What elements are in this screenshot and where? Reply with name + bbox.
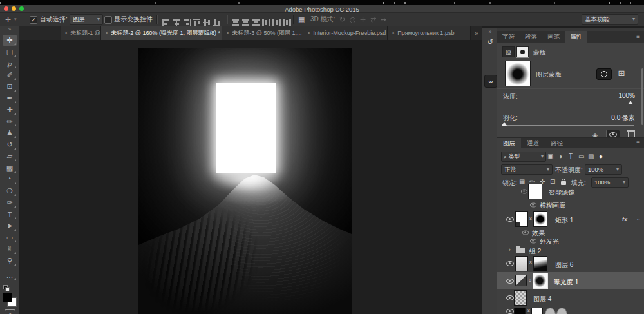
- close-tab-icon[interactable]: ×: [307, 30, 310, 36]
- filter-type-layers-icon[interactable]: T: [569, 153, 573, 160]
- eye-icon[interactable]: [506, 217, 514, 222]
- align-right-icon[interactable]: [183, 19, 191, 26]
- layer-row-rect1[interactable]: 8 矩形 1 fx ›: [497, 210, 644, 228]
- fx-badge[interactable]: fx: [622, 216, 627, 222]
- auto-select-checkbox[interactable]: ✓: [30, 16, 37, 24]
- edit-toolbar-icon[interactable]: …: [3, 270, 17, 280]
- tab-interior-mockup[interactable]: × Interior-Mockup-Freebie.psd: [303, 26, 388, 40]
- feather-slider[interactable]: [503, 125, 634, 126]
- tab-paths[interactable]: 路径: [545, 138, 569, 148]
- tab-layers[interactable]: 图层: [497, 138, 521, 148]
- layer-thumbnail[interactable]: [514, 308, 526, 314]
- tab-brush[interactable]: 画笔: [542, 31, 565, 43]
- 3d-rotate-icon[interactable]: ↻: [339, 13, 345, 26]
- tab-untitled-1[interactable]: × 未标题-1 @ 100% (矩形 ...: [61, 26, 101, 40]
- quick-selection-tool[interactable]: ✐: [3, 70, 17, 81]
- workspace-dropdown[interactable]: 基本功能▾: [582, 14, 638, 25]
- 3d-scale-icon[interactable]: ➙: [381, 13, 386, 26]
- quick-mask-icon[interactable]: ●: [5, 309, 15, 314]
- layers-panel-menu-icon[interactable]: ≡: [636, 138, 640, 148]
- transparent-thumbnail[interactable]: [514, 290, 527, 306]
- mask-thumbnail[interactable]: [533, 256, 547, 271]
- eye-icon[interactable]: [521, 190, 527, 194]
- 3d-slide-icon[interactable]: ⇄: [370, 13, 376, 26]
- mask-thumbnail-selected[interactable]: [533, 273, 548, 289]
- lasso-tool[interactable]: ℘: [3, 58, 17, 69]
- filter-toggle-icon[interactable]: ●: [599, 153, 603, 160]
- group-expand-icon[interactable]: ›: [509, 246, 511, 253]
- brush-tool[interactable]: ✏: [3, 116, 17, 127]
- show-transform-controls-checkbox[interactable]: [104, 16, 112, 24]
- path-selection-tool[interactable]: ➤: [3, 221, 17, 231]
- smart-filter-thumbnail[interactable]: [528, 184, 542, 199]
- blend-mode-dropdown[interactable]: 正常 ▾: [501, 164, 553, 175]
- tool-preset-chevron-icon[interactable]: ▾: [14, 13, 17, 26]
- close-tab-icon[interactable]: ×: [105, 30, 108, 36]
- eye-icon[interactable]: [506, 295, 514, 300]
- layer-thumbnail[interactable]: [515, 256, 528, 271]
- align-bottom-icon[interactable]: [213, 19, 222, 26]
- opacity-dropdown[interactable]: 100% ▾: [585, 164, 622, 175]
- 3d-drag-icon[interactable]: ✛: [360, 13, 366, 26]
- tab-untitled-2-active[interactable]: × 未标题-2 @ 160% (曝光度 1, 图层蒙版/8) *: [101, 26, 222, 40]
- eye-icon[interactable]: [506, 309, 514, 314]
- move-tool[interactable]: ✛: [3, 35, 17, 46]
- tab-rectangle-psb[interactable]: × Прямоугольник 1.psb: [388, 26, 471, 40]
- filter-smart-objects-icon[interactable]: ▤: [588, 153, 594, 160]
- align-horizontal-center-icon[interactable]: [173, 19, 181, 26]
- layer-row-blur-gallery[interactable]: 模糊画廊: [497, 200, 644, 209]
- creative-cloud-icon[interactable]: ∞: [484, 75, 497, 88]
- color-swatches[interactable]: [3, 293, 17, 307]
- close-tab-icon[interactable]: ×: [226, 30, 229, 36]
- layer-row-partial[interactable]: 8: [497, 306, 644, 314]
- gradient-tool[interactable]: ▩: [3, 162, 17, 173]
- eye-icon[interactable]: [530, 203, 536, 208]
- align-vertical-center-icon[interactable]: [203, 19, 211, 26]
- layer-row-layer4[interactable]: 图层 4: [497, 289, 644, 306]
- layer-row-smart-filters[interactable]: 智能滤镜: [497, 183, 644, 200]
- pen-tool[interactable]: ✑: [3, 197, 17, 208]
- layer-mask-thumbnail[interactable]: [505, 61, 531, 86]
- shape-tool[interactable]: ▭: [3, 232, 17, 243]
- history-brush-tool[interactable]: ↺: [3, 139, 17, 150]
- distribute-right-icon[interactable]: [283, 19, 291, 26]
- type-tool[interactable]: T: [3, 209, 17, 220]
- filter-type-dropdown[interactable]: ⌕ 类型 ▾: [501, 152, 546, 162]
- blur-tool[interactable]: ❛: [3, 174, 17, 185]
- eye-icon[interactable]: [506, 261, 514, 266]
- 3d-roll-icon[interactable]: ◎: [350, 13, 356, 26]
- pixel-mask-icon[interactable]: ▨: [502, 46, 515, 57]
- healing-brush-tool[interactable]: ✚: [3, 104, 17, 115]
- layer-row-effects[interactable]: 效果: [497, 228, 644, 237]
- filter-adjustment-layers-icon[interactable]: ◑: [558, 153, 562, 160]
- layer-row-group2[interactable]: › 组 2: [497, 245, 644, 255]
- tab-paragraph[interactable]: 段落: [520, 31, 542, 43]
- foreground-color-swatch[interactable]: [3, 293, 12, 302]
- eye-icon[interactable]: [506, 279, 514, 284]
- fx-collapse-icon[interactable]: ›: [635, 219, 641, 221]
- add-vector-mask-icon[interactable]: ⊞: [616, 68, 627, 79]
- tab-overflow-icon[interactable]: »: [472, 26, 481, 40]
- layer-row-layer6[interactable]: 8 图层 6: [497, 255, 644, 272]
- mask-thumbnail[interactable]: [533, 211, 547, 227]
- layer-row-exposure1-selected[interactable]: 8 曝光度 1: [497, 272, 644, 289]
- swap-colors-icon[interactable]: [3, 285, 9, 290]
- tab-character[interactable]: 字符: [497, 31, 520, 43]
- layer-mask-icon[interactable]: [516, 46, 529, 57]
- dodge-tool[interactable]: ❍: [3, 186, 17, 197]
- adjustment-thumbnail[interactable]: [515, 275, 527, 286]
- density-slider[interactable]: [503, 104, 634, 104]
- clone-stamp-tool[interactable]: ♟: [3, 128, 17, 139]
- document-canvas[interactable]: [138, 48, 352, 314]
- eye-icon[interactable]: [522, 231, 529, 235]
- mask-thumbnail[interactable]: [531, 308, 543, 314]
- eye-icon[interactable]: [530, 239, 536, 244]
- layer-row-outer-glow[interactable]: 外发光: [497, 237, 644, 245]
- distribute-bottom-icon[interactable]: [252, 19, 261, 26]
- panel-menu-icon[interactable]: ≡: [636, 31, 640, 43]
- tab-properties[interactable]: 属性: [565, 31, 587, 43]
- eraser-tool[interactable]: ▱: [3, 151, 17, 162]
- align-left-icon[interactable]: [162, 19, 171, 26]
- close-tab-icon[interactable]: ×: [64, 30, 68, 36]
- toolbar-collapse-icon[interactable]: »: [0, 26, 19, 32]
